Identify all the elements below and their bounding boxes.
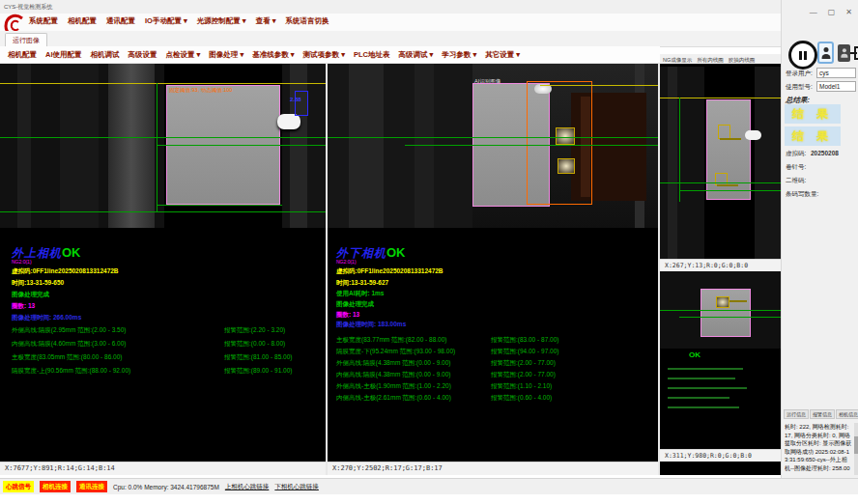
machine-background [755, 67, 781, 259]
measurement-value: 外侧高线-主极(1.90mm 范围:(1.00 - 2.20) [336, 382, 491, 394]
measurement-row: 内侧高线:隔膜(4.60mm 范围:(3.00 - 6.00)报警范围:(0.0… [12, 340, 321, 353]
toolbar-item[interactable]: 基准线参数 ▾ [252, 50, 294, 60]
login-user-label: 登录用户: [786, 70, 813, 78]
close-button[interactable]: ✕ [845, 8, 852, 16]
toolbar-item[interactable]: 点检设置 ▾ [166, 50, 201, 60]
toolbar-item[interactable]: 其它设置 ▾ [485, 50, 520, 60]
measurement-value: 隔膜宽度-上(90.56mm 范围:(88.00 - 92.00) [12, 367, 224, 380]
login-user-field[interactable]: cys [816, 68, 856, 78]
log-scrollbar[interactable] [854, 423, 858, 475]
measurement-row: 隔膜宽度-上(90.56mm 范围:(88.00 - 92.00)报警范围:(8… [12, 367, 321, 380]
tiny-text-line [668, 406, 739, 408]
tiny-text-line [668, 387, 747, 389]
camera-mid-coords: X:270;Y:2502;R:17;G:17;B:17 [328, 462, 658, 475]
menu-item[interactable]: 查看 ▾ [256, 16, 276, 26]
menu-bar-items: 系统配置相机配置通讯配置IO手动配置 ▾光源控制配置 ▾查看 ▾系统语言切换 [29, 16, 329, 26]
threshold-label: 固定阈值:93, 动态阈值:100 [169, 87, 232, 94]
camera-left-done: 图像处理完成 [12, 291, 49, 299]
measurement-row: 主极宽度(83.05mm 范围:(80.00 - 86.00)报警范围:(81.… [12, 353, 321, 367]
menu-item[interactable]: 相机配置 [68, 16, 97, 26]
menu-item[interactable]: 系统语言切换 [286, 16, 329, 26]
camera-left-process-time: 图像处理时间: 266.00ms [12, 314, 81, 322]
preview-tab[interactable]: NG成像显示 [663, 57, 692, 64]
user-manage-button[interactable] [838, 44, 850, 62]
camera-link-badge: 相机连接 [40, 481, 71, 492]
pause-button[interactable] [788, 41, 817, 70]
camera-left-time: 时间:13-31-59-650 [12, 279, 64, 288]
result-box-2: 结 果 [785, 126, 841, 146]
roller-highlight [745, 130, 761, 140]
tiny-label [717, 184, 738, 186]
measurement-alarm-range: 报警范围:(0.60 - 4.00) [491, 394, 552, 406]
log-text: 耗时: 222, 网络检测耗时: 17, 网络分类耗时: 0, 网络提取分区耗时… [785, 423, 852, 475]
toolbar-item[interactable]: 学习参数 ▾ [442, 50, 476, 60]
toolbar-item[interactable]: 高级设置 [129, 50, 157, 60]
model-select[interactable]: Model1 [816, 81, 856, 92]
measure-line [679, 317, 781, 318]
measurement-row: 隔膜宽度-下(95.24mm 范围:(93.00 - 98.00)报警范围:(9… [336, 348, 655, 359]
user-icon [841, 48, 847, 58]
measurement-alarm-range: 报警范围:(89.00 - 91.00) [224, 367, 292, 380]
qr-code-label: 二维码: [786, 177, 806, 185]
camera-left-image[interactable]: 固定阈值:93, 动态阈值:100 2.88 [0, 64, 326, 228]
preview-bottom-image[interactable]: OK [660, 271, 781, 449]
toolbar-item[interactable]: PLC地址表 [354, 50, 390, 60]
minimize-button[interactable]: — [810, 8, 817, 16]
camera-left-ng-counter: NG2:0(1) [12, 259, 32, 265]
result-box-1: 结 果 [785, 104, 841, 124]
measurement-row: 主极宽度(83.77mm 范围:(82.00 - 88.00)报警范围:(83.… [336, 336, 655, 348]
measurement-row: 内侧高线:隔膜(4.38mm 范围:(0.00 - 9.00)报警范围:(2.0… [336, 371, 655, 382]
measure-line-vertical [157, 83, 157, 212]
menu-item[interactable]: 光源控制配置 ▾ [197, 16, 246, 26]
measure-line [0, 137, 326, 138]
heartbeat-badge: 心跳信号 [3, 481, 34, 492]
roi-box-yellow [556, 127, 575, 145]
measure-line [660, 310, 781, 311]
tiny-label [729, 300, 747, 302]
preview-top-image[interactable] [660, 67, 781, 259]
camera-left-measurements: 外侧高线:隔膜(2.95mm 范围:(2.00 - 3.50)报警范围:(2.2… [12, 326, 321, 380]
tiny-label [720, 138, 741, 140]
toolbar-item[interactable]: 高级调试 ▾ [398, 50, 433, 60]
maximize-button[interactable]: ▢ [828, 8, 836, 16]
menu-item[interactable]: 通讯配置 [106, 16, 135, 26]
toolbar-item[interactable]: 相机配置 [8, 50, 37, 60]
log-scrollbar-thumb[interactable] [854, 436, 858, 454]
log-tab[interactable]: 报警信息 [810, 409, 835, 419]
measurement-alarm-range: 报警范围:(0.00 - 8.00) [224, 340, 285, 353]
measurement-row: 外侧高线:隔膜(2.95mm 范围:(2.00 - 3.50)报警范围:(2.2… [12, 326, 321, 340]
preview-tab[interactable]: 胶抽内线圈 [729, 57, 756, 64]
window-controls: — ▢ ✕ [810, 8, 852, 16]
toolbar-item[interactable]: 测试项参数 ▾ [303, 50, 345, 60]
lower-camera-heartbeat-link[interactable]: 下相机心跳链接 [274, 483, 319, 491]
barcode-write-count-label: 条码写数量: [786, 190, 818, 199]
camera-mid-ai-time: 使用AI耗时: 1ms [336, 290, 384, 298]
menu-item[interactable]: IO手动配置 ▾ [145, 16, 187, 26]
measure-line-vertical [679, 98, 680, 202]
measurement-alarm-range: 报警范围:(81.00 - 85.00) [224, 353, 292, 367]
measurement-value: 主极宽度(83.77mm 范围:(82.00 - 88.00) [336, 336, 491, 348]
toolbar-item[interactable]: 相机调试 [91, 50, 120, 60]
measurement-alarm-range: 报警范围:(2.20 - 3.20) [224, 326, 285, 340]
user-login-button[interactable] [817, 42, 834, 64]
log-tab[interactable]: 运行信息 [784, 409, 809, 419]
log-tab[interactable]: 相机信息 [836, 409, 858, 419]
preview-tab[interactable]: 所有内线圈 [697, 57, 724, 64]
tab-run-image[interactable]: 运行图像 [5, 33, 47, 47]
window-title: CYS-视觉检测系统 [4, 3, 52, 12]
camera-mid-image[interactable]: AI识别图像 [328, 64, 658, 228]
machine-background [660, 67, 704, 259]
status-bar: 心跳信号 相机连接 通讯连接 Cpu: 0.0% Memory: 3424.41… [0, 478, 858, 494]
roi-box-yellow [558, 158, 575, 174]
comm-link-badge: 通讯连接 [76, 481, 107, 492]
measure-line [405, 145, 658, 146]
menu-item[interactable]: 系统配置 [29, 16, 58, 26]
preview-top-coords: X:267;Y:13;R:0;G:0;B:0 [660, 259, 781, 271]
measurement-value: 外侧高线:隔膜(4.38mm 范围:(0.00 - 9.00) [336, 359, 491, 371]
upper-camera-heartbeat-link[interactable]: 上相机心跳链接 [225, 483, 270, 491]
toolbar-item[interactable]: 图像处理 ▾ [209, 50, 243, 60]
toolbar-item[interactable]: AI使用配置 [45, 50, 82, 60]
model-label: 使用型号: [786, 83, 813, 92]
camera-mid-ng-counter: NG2:0(1) [336, 259, 357, 265]
exit-button[interactable] [851, 43, 858, 63]
